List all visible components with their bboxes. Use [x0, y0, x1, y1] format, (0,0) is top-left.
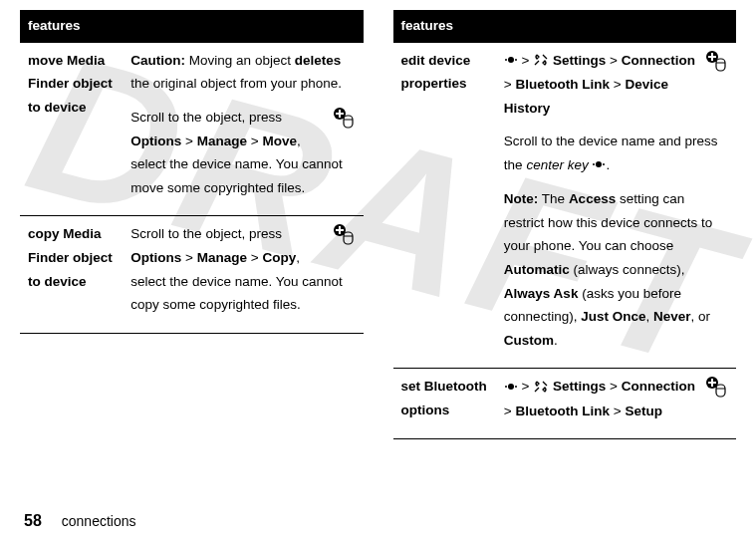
tools-icon: [533, 376, 549, 400]
plus-cylinder-icon: [704, 375, 728, 406]
gt: >: [522, 379, 530, 394]
svg-rect-7: [716, 59, 725, 71]
instruction-para: Scroll to the object, press Options > Ma…: [130, 106, 355, 200]
caution-label: Caution:: [130, 53, 185, 68]
menu-move: Move: [262, 134, 297, 148]
gt: >: [504, 404, 512, 418]
instruction-para: Scroll to the object, press Options > Ma…: [130, 222, 355, 317]
left-features-table: features move Media Finder object to dev…: [20, 10, 364, 334]
svg-point-13: [593, 163, 595, 165]
gt: >: [251, 250, 259, 265]
nav-setup: Setup: [625, 404, 662, 418]
label-text: copy: [28, 226, 63, 241]
gt: >: [614, 77, 622, 92]
text: Scroll to the object, press: [130, 226, 282, 241]
label-text: move: [28, 53, 67, 68]
text: Scroll to the object, press: [130, 110, 282, 125]
page-number: 58: [24, 512, 42, 529]
text: The: [538, 191, 569, 206]
plus-cylinder-icon: [332, 106, 356, 137]
text: (always connects),: [570, 262, 685, 277]
svg-point-11: [515, 59, 517, 61]
left-column: features move Media Finder object to dev…: [20, 10, 364, 439]
opt-never: Never: [653, 309, 691, 324]
opt-just-once: Just Once: [581, 309, 645, 324]
text: ,: [645, 309, 653, 324]
opt-always-ask: Always Ask: [504, 286, 579, 301]
center-key-text: center key: [526, 157, 588, 172]
text: .: [606, 157, 610, 172]
note-label: Note:: [504, 191, 539, 206]
opt-custom: Custom: [504, 333, 554, 348]
row-content: Scroll to the object, press Options > Ma…: [123, 216, 363, 334]
caution-para: Caution: Moving an object deletes the or…: [130, 49, 355, 96]
svg-point-12: [596, 161, 602, 167]
page-footer: 58connections: [24, 512, 136, 530]
gt: >: [504, 77, 512, 92]
menu-copy: Copy: [262, 250, 296, 265]
table-row: edit device properties > Settings > Conn…: [393, 42, 737, 369]
gt: >: [185, 134, 193, 148]
nav-connection: Connection: [622, 379, 695, 394]
svg-point-18: [508, 384, 514, 390]
row-label: edit device properties: [393, 42, 496, 369]
gt: >: [614, 404, 622, 418]
gt: >: [251, 134, 259, 148]
nav-connection: Connection: [622, 53, 695, 68]
right-header: features: [393, 10, 737, 42]
text: .: [554, 333, 558, 348]
right-features-table: features edit device properties > Settin…: [393, 10, 737, 439]
menu-manage: Manage: [197, 250, 247, 265]
nav-key-icon: [504, 49, 518, 73]
plus-cylinder-icon: [332, 222, 356, 254]
row-content: > Settings > Connection > Bluetooth Link…: [496, 369, 736, 439]
svg-rect-16: [716, 385, 725, 397]
gt: >: [610, 379, 618, 394]
plus-cylinder-icon: [704, 49, 728, 81]
svg-point-9: [508, 57, 514, 63]
menu-options: Options: [130, 250, 181, 265]
gt: >: [610, 53, 618, 68]
access-word: Access: [569, 191, 616, 206]
table-row: set Bluetooth options > Settings > Conne…: [393, 369, 737, 439]
row-label: move Media Finder object to device: [20, 42, 123, 216]
left-header: features: [20, 10, 364, 42]
note-para: Note: The Access setting can restrict ho…: [504, 187, 728, 352]
nav-settings: Settings: [553, 53, 606, 68]
row-label: set Bluetooth options: [393, 369, 496, 439]
nav-settings: Settings: [553, 379, 606, 394]
table-row: move Media Finder object to device Cauti…: [20, 42, 364, 216]
row-label: copy Media Finder object to device: [20, 216, 123, 334]
svg-rect-4: [344, 232, 353, 244]
menu-options: Options: [130, 134, 181, 148]
deletes-word: deletes: [295, 53, 342, 68]
right-column: features edit device properties > Settin…: [393, 10, 737, 439]
nav-bluetooth: Bluetooth Link: [516, 77, 611, 92]
gt: >: [522, 53, 530, 68]
menu-manage: Manage: [197, 134, 247, 148]
svg-point-10: [505, 59, 507, 61]
svg-point-19: [505, 386, 507, 388]
text: Moving an object: [185, 53, 295, 68]
svg-rect-1: [344, 116, 353, 128]
svg-point-20: [515, 386, 517, 388]
scroll-para: Scroll to the device name and press the …: [504, 130, 728, 177]
text: , or: [690, 309, 710, 324]
text: the original object from your phone.: [130, 76, 342, 91]
nav-bluetooth: Bluetooth Link: [516, 404, 611, 418]
tools-icon: [533, 49, 549, 73]
nav-path: > Settings > Connection > Bluetooth Link…: [504, 49, 728, 121]
nav-key-icon: [592, 153, 606, 177]
nav-path: > Settings > Connection > Bluetooth Link…: [504, 375, 728, 422]
table-row: copy Media Finder object to device Scrol…: [20, 216, 364, 334]
row-content: > Settings > Connection > Bluetooth Link…: [496, 42, 736, 369]
nav-key-icon: [504, 376, 518, 400]
svg-point-14: [603, 163, 605, 165]
opt-automatic: Automatic: [504, 262, 570, 277]
row-content: Caution: Moving an object deletes the or…: [123, 42, 363, 216]
section-name: connections: [62, 513, 136, 529]
gt: >: [185, 250, 193, 265]
